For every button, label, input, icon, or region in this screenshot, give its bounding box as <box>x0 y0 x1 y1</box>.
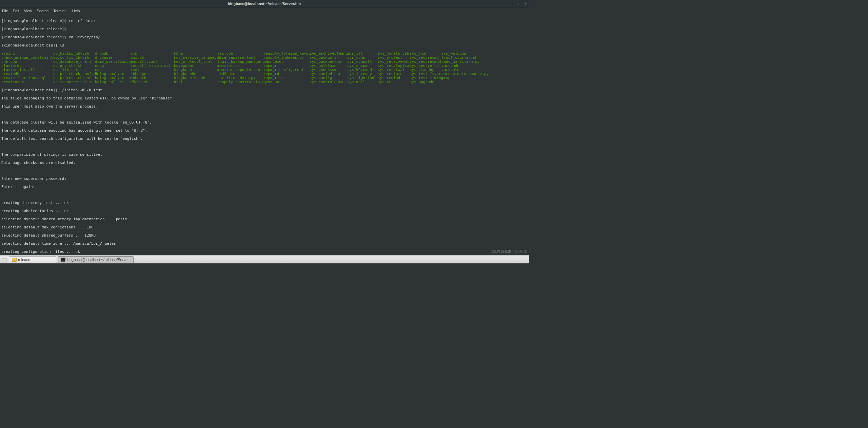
output-line: selecting default max_connections ... 10… <box>1 225 528 229</box>
task-label: release <box>18 258 30 262</box>
terminal-icon <box>61 258 65 262</box>
menu-file[interactable]: File <box>2 9 8 13</box>
folder-icon <box>12 258 17 262</box>
maximize-button[interactable]: □ <box>516 1 522 7</box>
menu-terminal[interactable]: Terminal <box>53 9 67 13</box>
output-line: The comparision of strings is case-sensi… <box>1 153 528 157</box>
output-line: Enter new superuser password: <box>1 177 528 181</box>
show-desktop-button[interactable] <box>0 256 8 263</box>
output-line: The database cluster will be initialized… <box>1 120 528 125</box>
menu-edit[interactable]: Edit <box>13 9 19 13</box>
output-line: selecting dynamic shared memory implemen… <box>1 217 528 221</box>
output-line: creating directory test ... ok <box>1 201 528 205</box>
window-title: kingbase@localhost:~/release/Server/bin <box>228 2 301 6</box>
output-line: creating subdirectories ... ok <box>1 209 528 213</box>
titlebar: kingbase@localhost:~/release/Server/bin … <box>0 0 529 7</box>
prompt: [kingbase@localhost release]$ <box>1 35 69 39</box>
command: cd Server/bin/ <box>69 35 100 39</box>
command: ./initdb -W -D test <box>60 88 102 92</box>
window-controls: — □ × <box>510 1 528 7</box>
task-label: kingbase@localhost:~/release/Serve... <box>67 258 131 262</box>
output-line <box>1 113 528 116</box>
taskbar-item-release[interactable]: release <box>9 256 56 263</box>
command: ls <box>60 43 64 48</box>
prompt: [kingbase@localhost release]$ <box>1 19 69 23</box>
terminal-output[interactable]: [kingbase@localhost release]$ rm -rf dat… <box>0 14 529 263</box>
minimize-button[interactable]: — <box>510 1 516 7</box>
output-line: The default text search configuration wi… <box>1 137 528 141</box>
output-line <box>1 193 528 197</box>
menu-search[interactable]: Search <box>37 9 48 13</box>
prompt: [kingbase@localhost release]$ <box>1 27 69 31</box>
prompt: [kingbase@localhost bin]$ <box>1 43 60 48</box>
close-button[interactable]: × <box>522 1 528 7</box>
output-line: Data page checksums are disabled. <box>1 161 528 165</box>
output-line: selecting default shared_buffers ... 128… <box>1 234 528 238</box>
prompt: [kingbase@localhost bin]$ <box>1 88 60 92</box>
menu-help[interactable]: Help <box>72 9 80 13</box>
output-line <box>1 169 528 173</box>
menu-view[interactable]: View <box>24 9 32 13</box>
output-line <box>1 145 528 149</box>
output-line: This user must also own the server proce… <box>1 105 528 109</box>
menubar: File Edit View Search Terminal Help <box>0 7 529 14</box>
ls-listing: arpingcheck_unique_constraint.pychk.conf… <box>1 52 528 84</box>
output-line: selecting default time zone ... America/… <box>1 242 528 246</box>
output-line: Enter it again: <box>1 185 528 189</box>
output-line: The default database encoding has accord… <box>1 129 528 133</box>
taskbar-item-terminal[interactable]: kingbase@localhost:~/release/Serve... <box>58 256 134 263</box>
taskbar: release kingbase@localhost:~/release/Ser… <box>0 255 529 263</box>
output-line: The files belonging to this database sys… <box>1 96 528 100</box>
output-line: creating configuration files ... ok <box>1 250 528 254</box>
watermark: CSDN @孤傲小二~阿冰 <box>491 249 527 254</box>
command: rm -rf data/ <box>69 19 96 23</box>
